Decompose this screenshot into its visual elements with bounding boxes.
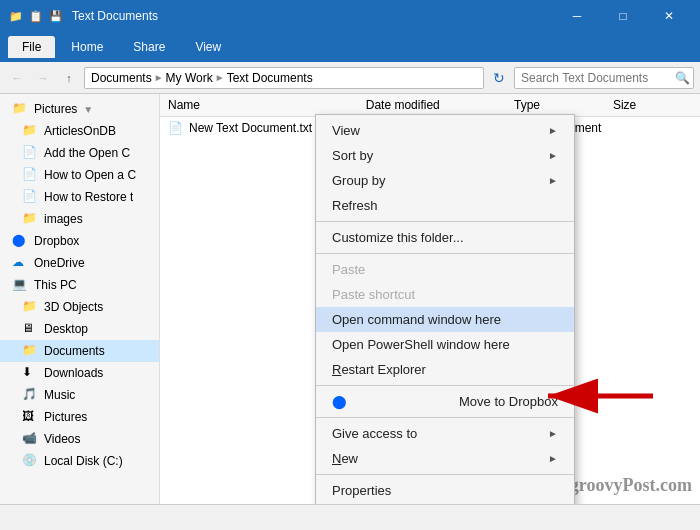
ctx-groupby[interactable]: Group by ► [316, 168, 574, 193]
sidebar-item-desktop[interactable]: 🖥 Desktop [0, 318, 159, 340]
ctx-separator-4 [316, 417, 574, 418]
title-bar: 📁 📋 💾 Text Documents ─ □ ✕ [0, 0, 700, 32]
sidebar-item-addopen[interactable]: 📄 Add the Open C [0, 142, 159, 164]
submenu-arrow-icon: ► [548, 150, 558, 161]
ctx-give-access[interactable]: Give access to ► [316, 421, 574, 446]
sidebar-item-music[interactable]: 🎵 Music [0, 384, 159, 406]
up-button[interactable]: ↑ [58, 67, 80, 89]
sidebar-item-3dobjects[interactable]: 📁 3D Objects [0, 296, 159, 318]
sidebar-item-label: Videos [44, 432, 80, 446]
doc-icon: 📄 [22, 145, 38, 161]
ctx-sortby[interactable]: Sort by ► [316, 143, 574, 168]
ctx-sortby-label: Sort by [332, 148, 373, 163]
breadcrumb-item-3[interactable]: Text Documents [227, 71, 313, 85]
status-bar [0, 504, 700, 530]
tab-view[interactable]: View [181, 36, 235, 58]
ctx-view[interactable]: View ► [316, 118, 574, 143]
quick-access-2[interactable]: 💾 [48, 8, 64, 24]
sidebar-item-images[interactable]: 📁 images [0, 208, 159, 230]
videos-icon: 📹 [22, 431, 38, 447]
col-header-date[interactable]: Date modified [366, 98, 514, 112]
col-header-type[interactable]: Type [514, 98, 613, 112]
sidebar-item-pictures2[interactable]: 🖼 Pictures [0, 406, 159, 428]
submenu-arrow-icon: ► [548, 428, 558, 439]
ctx-move-dropbox[interactable]: ⬤ Move to Dropbox [316, 389, 574, 414]
ctx-paste-shortcut: Paste shortcut [316, 282, 574, 307]
main-layout: 📁 Pictures ▼ 📁 ArticlesOnDB 📄 Add the Op… [0, 94, 700, 504]
sidebar-item-label: Pictures [44, 410, 87, 424]
ctx-give-access-label: Give access to [332, 426, 417, 441]
ctx-paste-label: Paste [332, 262, 365, 277]
breadcrumb[interactable]: Documents ► My Work ► Text Documents [84, 67, 484, 89]
ctx-open-cmd[interactable]: Open command window here [316, 307, 574, 332]
search-input[interactable] [521, 71, 671, 85]
ctx-customize[interactable]: Customize this folder... [316, 225, 574, 250]
minimize-button[interactable]: ─ [554, 0, 600, 32]
tab-file[interactable]: File [8, 36, 55, 58]
sidebar-item-thispc[interactable]: 💻 This PC [0, 274, 159, 296]
window-controls: ─ □ ✕ [554, 0, 692, 32]
content-area: Name Date modified Type Size 📄 New Text … [160, 94, 700, 504]
sidebar-item-localdisk[interactable]: 💿 Local Disk (C:) [0, 450, 159, 472]
sidebar-item-documents[interactable]: 📁 Documents [0, 340, 159, 362]
ctx-open-powershell[interactable]: Open PowerShell window here [316, 332, 574, 357]
expand-icon: ▼ [83, 104, 93, 115]
window-icon: 📁 [8, 8, 24, 24]
ctx-separator-1 [316, 221, 574, 222]
sidebar-item-pictures[interactable]: 📁 Pictures ▼ [0, 98, 159, 120]
col-header-size[interactable]: Size [613, 98, 692, 112]
watermark: groovyPost.com [570, 475, 692, 496]
close-button[interactable]: ✕ [646, 0, 692, 32]
sidebar-item-label: Downloads [44, 366, 103, 380]
desktop-icon: 🖥 [22, 321, 38, 337]
sidebar-item-label: How to Restore t [44, 190, 133, 204]
sidebar-item-downloads[interactable]: ⬇ Downloads [0, 362, 159, 384]
tab-home[interactable]: Home [57, 36, 117, 58]
sidebar-item-howopen[interactable]: 📄 How to Open a C [0, 164, 159, 186]
col-header-name[interactable]: Name [168, 98, 366, 112]
search-icon[interactable]: 🔍 [675, 71, 690, 85]
ctx-restart-explorer[interactable]: Restart Explorer [316, 357, 574, 382]
sidebar-item-dropbox[interactable]: ⬤ Dropbox [0, 230, 159, 252]
ctx-separator-5 [316, 474, 574, 475]
ctx-separator-2 [316, 253, 574, 254]
tab-share[interactable]: Share [119, 36, 179, 58]
breadcrumb-sep-2: ► [215, 72, 225, 83]
documents-icon: 📁 [22, 343, 38, 359]
search-box[interactable]: 🔍 [514, 67, 694, 89]
ctx-properties[interactable]: Properties [316, 478, 574, 503]
ctx-view-label: View [332, 123, 360, 138]
submenu-arrow-icon: ► [548, 453, 558, 464]
maximize-button[interactable]: □ [600, 0, 646, 32]
ctx-move-dropbox-label: Move to Dropbox [459, 394, 558, 409]
breadcrumb-item-1[interactable]: Documents [91, 71, 152, 85]
sidebar-item-onedrive[interactable]: ☁ OneDrive [0, 252, 159, 274]
pictures-icon: 🖼 [22, 409, 38, 425]
address-bar: ← → ↑ Documents ► My Work ► Text Documen… [0, 62, 700, 94]
sidebar: 📁 Pictures ▼ 📁 ArticlesOnDB 📄 Add the Op… [0, 94, 160, 504]
title-bar-icons: 📁 📋 💾 [8, 8, 64, 24]
ctx-new[interactable]: New ► [316, 446, 574, 471]
sidebar-item-label: Documents [44, 344, 105, 358]
sidebar-item-articlesondb[interactable]: 📁 ArticlesOnDB [0, 120, 159, 142]
breadcrumb-item-2[interactable]: My Work [166, 71, 213, 85]
submenu-arrow-icon: ► [548, 175, 558, 186]
sidebar-item-label: OneDrive [34, 256, 85, 270]
forward-button[interactable]: → [32, 67, 54, 89]
folder-icon: 📁 [22, 299, 38, 315]
sidebar-item-howrestore[interactable]: 📄 How to Restore t [0, 186, 159, 208]
folder-icon: 📁 [22, 211, 38, 227]
ctx-open-powershell-label: Open PowerShell window here [332, 337, 510, 352]
ctx-open-cmd-label: Open command window here [332, 312, 501, 327]
onedrive-icon: ☁ [12, 255, 28, 271]
back-button[interactable]: ← [6, 67, 28, 89]
ctx-refresh[interactable]: Refresh [316, 193, 574, 218]
doc-icon: 📄 [22, 189, 38, 205]
sidebar-item-label: Music [44, 388, 75, 402]
breadcrumb-sep-1: ► [154, 72, 164, 83]
refresh-button[interactable]: ↻ [488, 67, 510, 89]
dropbox-icon: ⬤ [12, 233, 28, 249]
ctx-new-label: New [332, 451, 358, 466]
sidebar-item-videos[interactable]: 📹 Videos [0, 428, 159, 450]
quick-access-1[interactable]: 📋 [28, 8, 44, 24]
